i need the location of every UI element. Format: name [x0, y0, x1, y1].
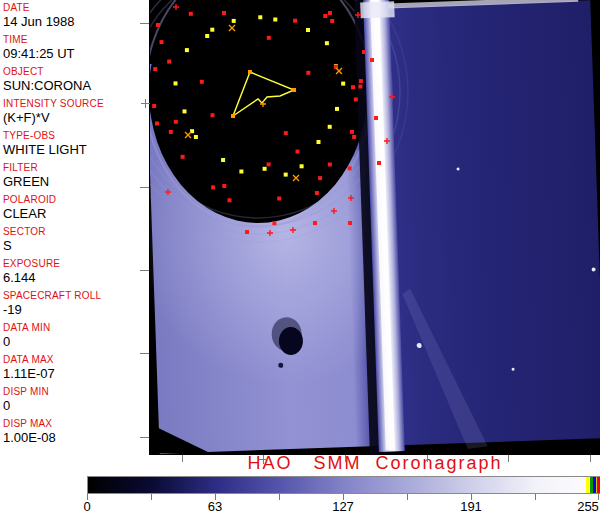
frame-tick [140, 437, 149, 438]
colorbar-tick-label: 0 [83, 499, 90, 512]
colorbar [87, 476, 600, 494]
metadata-panel: DATE 14 Jun 1988 TIME 09:41:25 UT OBJECT… [0, 0, 149, 455]
field-value: CLEAR [3, 206, 149, 221]
field-value: 14 Jun 1988 [3, 14, 149, 29]
frame-tick [182, 455, 183, 462]
field-label: DATE [3, 2, 149, 13]
frame-tick [140, 187, 149, 188]
colorbar-tick [535, 494, 536, 500]
metadata-field: TYPE-OBS WHITE LIGHT [3, 130, 149, 157]
frame-tick [140, 23, 149, 24]
metadata-field: INTENSITY SOURCE (K+F)*V [3, 98, 149, 125]
field-label: INTENSITY SOURCE [3, 98, 149, 109]
field-label: SPACECRAFT ROLL [3, 290, 149, 301]
colorbar-annotation-stripe [590, 477, 593, 493]
field-label: DATA MIN [3, 322, 149, 333]
metadata-field: DISP MAX 1.00E-08 [3, 418, 149, 445]
colorbar-tick-label: 127 [332, 499, 354, 512]
colorbar-annotation-stripe [596, 477, 598, 493]
colorbar-gradient [88, 477, 600, 493]
field-label: FILTER [3, 162, 149, 173]
colorbar-tick [151, 494, 152, 500]
image-title: HAO SMM Coronagraph [150, 453, 600, 473]
frame-tick [508, 455, 509, 462]
frame-tick [427, 455, 428, 462]
metadata-field: POLAROID CLEAR [3, 194, 149, 221]
field-label: EXPOSURE [3, 258, 149, 269]
metadata-field: SPACECRAFT ROLL -19 [3, 290, 149, 317]
colorbar-tick-label: 63 [208, 499, 222, 512]
field-label: DISP MAX [3, 418, 149, 429]
field-label: OBJECT [3, 66, 149, 77]
field-value: 0 [3, 334, 149, 349]
colorbar-annotation-stripe [589, 477, 590, 493]
metadata-field: TIME 09:41:25 UT [3, 34, 149, 61]
metadata-field: DATA MIN 0 [3, 322, 149, 349]
metadata-field: DATE 14 Jun 1988 [3, 2, 149, 29]
frame-tick [590, 455, 591, 462]
field-value: 0 [3, 398, 149, 413]
metadata-field: OBJECT SUN:CORONA [3, 66, 149, 93]
field-label: TIME [3, 34, 149, 45]
field-value: GREEN [3, 174, 149, 189]
metadata-field: DATA MAX 1.11E-07 [3, 354, 149, 381]
field-label: TYPE-OBS [3, 130, 149, 141]
coronagraph-image[interactable] [150, 0, 600, 455]
colorbar-tick-label: 191 [460, 499, 482, 512]
coronagraph-scene [150, 0, 600, 455]
field-value: -19 [3, 302, 149, 317]
colorbar-annotation-stripe [593, 477, 596, 493]
frame-tick [140, 270, 149, 271]
field-label: DATA MAX [3, 354, 149, 365]
colorbar-tick [407, 494, 408, 500]
field-value: S [3, 238, 149, 253]
field-value: WHITE LIGHT [3, 142, 149, 157]
colorbar-tick-label: 255 [577, 499, 599, 512]
field-value: 6.144 [3, 270, 149, 285]
field-label: SECTOR [3, 226, 149, 237]
field-value: SUN:CORONA [3, 78, 149, 93]
field-value: 1.00E-08 [3, 430, 149, 445]
metadata-field: EXPOSURE 6.144 [3, 258, 149, 285]
sun-center-plus [259, 455, 268, 464]
colorbar-tick [279, 494, 280, 500]
frame-tick [345, 455, 346, 462]
field-value: 1.11E-07 [3, 366, 149, 381]
metadata-field: DISP MIN 0 [3, 386, 149, 413]
field-label: POLAROID [3, 194, 149, 205]
field-value: (K+F)*V [3, 110, 149, 125]
field-value: 09:41:25 UT [3, 46, 149, 61]
frame-tick [140, 353, 149, 354]
metadata-field: FILTER GREEN [3, 162, 149, 189]
colorbar-annotation-stripe [586, 477, 589, 493]
sun-center-plus [141, 99, 150, 108]
footer-strip: HAO SMM Coronagraph 063127191255 [0, 455, 600, 512]
field-label: DISP MIN [3, 386, 149, 397]
metadata-field: SECTOR S [3, 226, 149, 253]
